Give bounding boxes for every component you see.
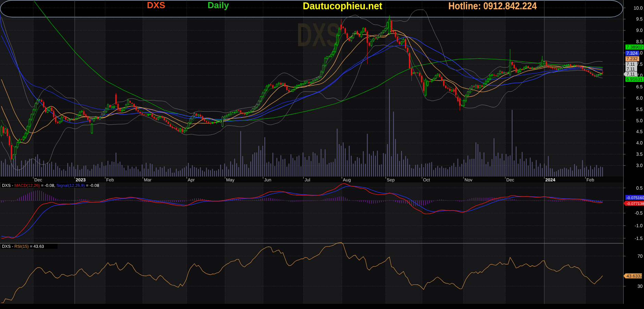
svg-text:10.0: 10.0 bbox=[634, 5, 643, 11]
svg-text:7.11: 7.11 bbox=[627, 72, 635, 77]
svg-text:7.324: 7.324 bbox=[627, 51, 638, 56]
svg-text:2024: 2024 bbox=[545, 177, 556, 182]
svg-text:Dec: Dec bbox=[506, 177, 515, 182]
svg-text:Apr: Apr bbox=[188, 177, 195, 182]
svg-text:6.91631: 6.91631 bbox=[627, 77, 643, 82]
svg-text:Feb: Feb bbox=[106, 177, 114, 182]
svg-text:5.5: 5.5 bbox=[636, 107, 643, 112]
svg-text:4.0: 4.0 bbox=[636, 140, 643, 145]
svg-text:DXS: DXS bbox=[297, 16, 340, 53]
svg-text:Oct: Oct bbox=[423, 177, 430, 182]
svg-text:Feb: Feb bbox=[586, 177, 594, 182]
svg-text:5.0: 5.0 bbox=[636, 118, 643, 123]
svg-text:6.5: 6.5 bbox=[636, 84, 643, 89]
svg-text:-0.5: -0.5 bbox=[635, 210, 643, 216]
svg-text:Mar: Mar bbox=[144, 177, 152, 182]
svg-text:2023: 2023 bbox=[76, 177, 86, 182]
svg-text:DXS - RSI(15) = 43.63: DXS - RSI(15) = 43.63 bbox=[2, 244, 44, 249]
svg-text:Jun: Jun bbox=[264, 177, 271, 182]
svg-text:3.5: 3.5 bbox=[636, 152, 643, 157]
svg-text:-0.077138: -0.077138 bbox=[627, 202, 644, 206]
svg-text:0.5: 0.5 bbox=[636, 185, 643, 191]
svg-text:9.0: 9.0 bbox=[636, 28, 643, 33]
svg-text:8.5: 8.5 bbox=[636, 39, 643, 44]
svg-text:43.6332: 43.6332 bbox=[627, 273, 643, 279]
svg-text:6.0: 6.0 bbox=[636, 95, 643, 101]
svg-text:7.11: 7.11 bbox=[627, 66, 635, 72]
svg-text:Daily: Daily bbox=[208, 0, 229, 10]
svg-text:Hotline: 0912.842.224: Hotline: 0912.842.224 bbox=[448, 1, 537, 12]
svg-text:Nov: Nov bbox=[465, 177, 473, 182]
svg-text:-0.075160: -0.075160 bbox=[627, 196, 644, 200]
svg-text:4.5: 4.5 bbox=[636, 129, 643, 134]
svg-text:Dec: Dec bbox=[34, 177, 42, 182]
svg-text:7.38902: 7.38902 bbox=[627, 44, 643, 50]
svg-text:DXS - MACD(12,26) = -0.08, Sig: DXS - MACD(12,26) = -0.08, Signal(12,26,… bbox=[2, 183, 99, 188]
svg-text:May: May bbox=[226, 177, 235, 182]
svg-text:3.0: 3.0 bbox=[636, 163, 643, 168]
svg-text:30: 30 bbox=[637, 284, 643, 289]
svg-text:Aug: Aug bbox=[343, 177, 351, 182]
svg-text:Dautucophieu.net: Dautucophieu.net bbox=[303, 1, 382, 12]
svg-text:7.232: 7.232 bbox=[627, 56, 638, 61]
svg-text:DXS: DXS bbox=[147, 0, 165, 10]
svg-text:Jul: Jul bbox=[305, 177, 310, 182]
svg-text:7.5: 7.5 bbox=[636, 62, 643, 67]
svg-text:-1.5: -1.5 bbox=[635, 236, 643, 241]
svg-text:-1.0: -1.0 bbox=[635, 223, 643, 228]
svg-text:9.5: 9.5 bbox=[636, 16, 643, 22]
svg-text:70: 70 bbox=[637, 254, 643, 259]
svg-text:Sep: Sep bbox=[387, 177, 395, 182]
